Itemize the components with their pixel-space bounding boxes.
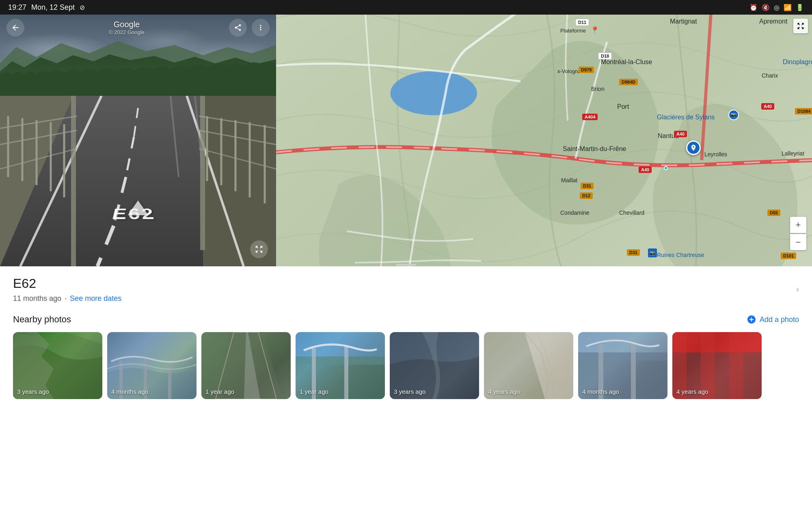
photo-thumb-2[interactable]: 1 year ago: [201, 332, 291, 399]
map-label-brion: Brion: [591, 86, 605, 92]
svg-rect-36: [344, 346, 348, 399]
svg-rect-9: [71, 96, 76, 266]
photo-age-0: 3 years ago: [17, 388, 49, 395]
chevron-right-icon[interactable]: ›: [796, 284, 799, 295]
map-view[interactable]: Martignat Apremont D11 Plateforme 📍 Dino…: [276, 15, 812, 266]
back-icon: [11, 23, 20, 32]
plateforme-pin: 📍: [590, 26, 599, 35]
zoom-out-button[interactable]: −: [790, 234, 806, 250]
photo-thumb-5[interactable]: 4 years ago: [484, 332, 573, 399]
map-label-martignat: Martignat: [670, 18, 697, 25]
map-label-dinoplagne: Dinoplagne: [783, 58, 812, 66]
map-label-leyrolles: Leyrolles: [704, 151, 727, 158]
map-location-pin[interactable]: [686, 140, 701, 155]
nav-arrow[interactable]: [126, 200, 150, 218]
expand-button[interactable]: [250, 240, 268, 258]
road-badge-a40-2: A40: [674, 131, 687, 137]
back-button[interactable]: [6, 19, 24, 37]
mute-icon: 🔇: [762, 4, 770, 11]
sv-header: Google © 2022 Google: [0, 19, 276, 37]
add-photo-icon: [747, 315, 756, 324]
road-badge-d31-2: D31: [627, 249, 640, 256]
svg-rect-18: [200, 96, 205, 250]
location-subtitle: 11 months ago · See more dates: [13, 294, 121, 303]
photo-thumb-1[interactable]: 4 months ago: [107, 332, 197, 399]
map-label-lalleyriat: Lalleyriat: [782, 150, 804, 157]
nearby-photos-title: Nearby photos: [13, 314, 71, 325]
location-title: E62: [13, 276, 121, 291]
status-bar-left: 19:27 Mon, 12 Sept ⊘: [8, 3, 85, 12]
share-button[interactable]: [229, 19, 247, 37]
photo-age-7: 4 years ago: [676, 388, 708, 395]
zoom-in-button[interactable]: +: [790, 217, 806, 233]
share-icon: [234, 24, 242, 32]
road-badge-a404: A404: [582, 114, 598, 120]
photo-age-6: 4 months ago: [582, 388, 619, 395]
photo-thumb-3[interactable]: 1 year ago: [296, 332, 385, 399]
ruines-camera-icon: 📷: [648, 248, 657, 257]
alarm-icon: ⏰: [749, 4, 758, 11]
time-ago: 11 months ago: [13, 294, 61, 303]
photo-thumb-4[interactable]: 3 years ago: [390, 332, 479, 399]
dnd-icon: ⊘: [80, 4, 85, 11]
bottom-panel: E62 11 months ago · See more dates › Nea…: [0, 266, 812, 516]
road-surface: [0, 96, 276, 266]
photo-strip: 3 years ago 4 months ago 1 year ago 1 ye…: [13, 332, 799, 399]
more-icon: [257, 24, 265, 32]
sv-copyright: © 2022 Google: [109, 29, 145, 35]
map-label-port: Port: [617, 103, 629, 110]
nearby-header: Nearby photos Add a photo: [13, 314, 799, 325]
map-label-chevillard: Chevillard: [619, 209, 644, 216]
main-view: E62 Google © 2022 Google: [0, 15, 812, 266]
expand-icon: [255, 245, 263, 254]
map-label-maillat: Maillat: [561, 177, 577, 184]
more-button[interactable]: [252, 19, 270, 37]
see-more-dates-link[interactable]: See more dates: [70, 294, 121, 303]
location-info: E62 11 months ago · See more dates: [13, 276, 121, 303]
svg-rect-34: [168, 361, 171, 399]
photo-age-2: 1 year ago: [205, 388, 234, 395]
road-badge-d55: D55: [767, 209, 780, 216]
road-badge-d101: D101: [781, 253, 796, 259]
zoom-controls: + −: [790, 217, 806, 250]
status-bar: 19:27 Mon, 12 Sept ⊘ ⏰ 🔇 ◎ 📶 🔋: [0, 0, 812, 15]
road-badge-d11: D11: [575, 19, 589, 26]
road-badge-d1084: D1084: [795, 108, 812, 114]
road-badge-a40-1: A40: [761, 103, 774, 110]
photo-thumb-0[interactable]: 3 years ago: [13, 332, 102, 399]
svg-marker-29: [128, 201, 148, 215]
photo-age-3: 1 year ago: [300, 388, 328, 395]
status-bar-right: ⏰ 🔇 ◎ 📶 🔋: [749, 4, 804, 11]
map-label-glacieres: Glacières de Sylans: [657, 114, 715, 121]
battery-icon: 🔋: [796, 4, 804, 11]
road-badge-d31-1: D31: [581, 183, 594, 189]
map-label-condamine: Condamine: [560, 209, 590, 216]
road-badge-d979: D979: [579, 67, 594, 73]
sv-title: Google: [109, 20, 145, 29]
road-badge-a40-3: A40: [639, 166, 652, 173]
map-label-montreal: Montréal-la-Cluse: [601, 58, 652, 66]
time-display: 19:27: [8, 3, 26, 12]
location-header: E62 11 months ago · See more dates ›: [13, 276, 799, 303]
photo-thumb-7[interactable]: 4 years ago: [672, 332, 762, 399]
sv-title-area: Google © 2022 Google: [109, 20, 145, 35]
map-camera-icon: 📷: [728, 110, 739, 120]
sv-actions: [229, 19, 270, 37]
date-display: Mon, 12 Sept: [31, 3, 75, 12]
forward-arrow-icon: [126, 200, 150, 216]
street-view[interactable]: E62 Google © 2022 Google: [0, 15, 276, 266]
map-topo-svg: [276, 15, 812, 266]
map-label-charix: Charix: [762, 72, 778, 79]
photo-age-5: 4 years ago: [488, 388, 520, 395]
add-photo-button[interactable]: Add a photo: [747, 315, 799, 324]
location-icon: ◎: [774, 4, 780, 11]
dot-separator: ·: [65, 294, 67, 303]
map-label-plateforme: Plateforme: [560, 28, 586, 34]
photo-thumb-6[interactable]: 4 months ago: [578, 332, 667, 399]
map-label-ruines: Ruines Chartreuse: [657, 252, 704, 258]
map-label-apremont: Apremont: [759, 18, 787, 25]
map-expand-button[interactable]: [793, 19, 808, 33]
svg-rect-43: [729, 332, 743, 399]
road-badge-d984d: D984D: [619, 79, 638, 85]
photo-age-1: 4 months ago: [111, 388, 148, 395]
